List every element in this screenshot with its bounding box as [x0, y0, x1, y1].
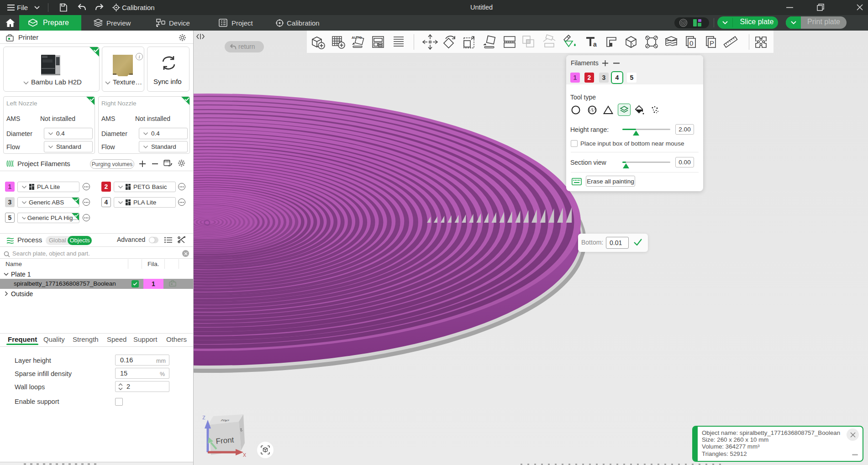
svg-text:Front: Front — [216, 435, 234, 445]
svg-text:x: x — [243, 451, 246, 458]
svg-text:0: 0 — [689, 39, 693, 47]
svg-text:a: a — [593, 41, 597, 48]
svg-text:z: z — [202, 413, 205, 421]
svg-text:P: P — [710, 39, 714, 47]
